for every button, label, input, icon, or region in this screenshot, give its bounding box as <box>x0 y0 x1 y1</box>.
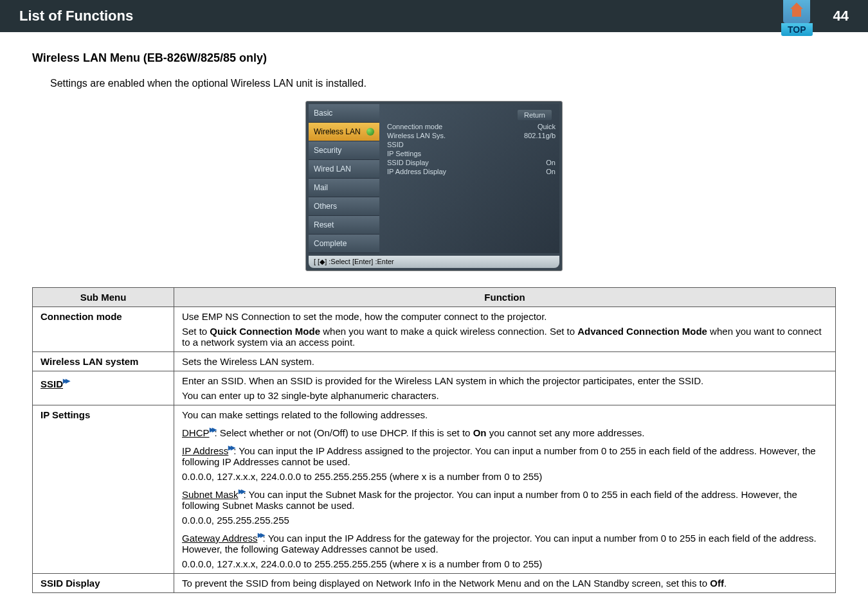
row-ip-settings-text: You can make settings related to the fol… <box>174 405 836 574</box>
screenshot-container: Basic Wireless LAN Security Wired LAN Ma… <box>32 101 836 271</box>
dhcp-term-link[interactable]: DHCP <box>182 427 210 438</box>
subnet-text: : You can input the Subnet Mask for the … <box>182 489 797 511</box>
row-wlan-system-label: Wireless LAN system <box>33 352 174 371</box>
function-table: Sub Menu Function Connection mode Use EM… <box>32 287 836 593</box>
ssid-disp-c: . <box>724 578 727 589</box>
menu-security[interactable]: Security <box>309 141 379 160</box>
home-icon[interactable] <box>783 0 810 23</box>
table-row: Connection mode Use EMP NS Connection to… <box>33 307 836 352</box>
subnet-invalid: 0.0.0.0, 255.255.255.255 <box>182 515 827 526</box>
conn-mode-l2b: Quick Connection Mode <box>210 326 320 337</box>
menu-footer: [ [◆] :Select [Enter] :Enter <box>309 256 559 268</box>
glossary-icon[interactable]: ▸▸ <box>63 375 68 386</box>
header-right: TOP 44 <box>781 0 849 36</box>
setting-ssid-label: SSID <box>387 141 404 148</box>
dhcp-text-a: : Select whether or not (On/Off) to use … <box>215 427 473 438</box>
setting-ip-settings-label: IP Settings <box>387 150 421 157</box>
menu-left-column: Basic Wireless LAN Security Wired LAN Ma… <box>309 104 379 253</box>
setting-wlan-sys-label: Wireless LAN Sys. <box>387 132 446 139</box>
table-row: SSID▸▸ Enter an SSID. When an SSID is pr… <box>33 371 836 405</box>
row-ip-settings-label: IP Settings <box>33 405 174 574</box>
subnet-mask-term-link[interactable]: Subnet Mask <box>182 489 239 500</box>
table-row: SSID Display To prevent the SSID from be… <box>33 574 836 593</box>
ball-icon <box>366 128 374 136</box>
menu-right-panel: Return Connection mode Quick Wireless LA… <box>379 104 559 253</box>
menu-mail[interactable]: Mail <box>309 179 379 197</box>
page-number: 44 <box>833 8 849 24</box>
menu-others[interactable]: Others <box>309 197 379 216</box>
ip-addr-text: : You can input the IP Address assigned … <box>182 445 816 467</box>
ip-address-term-link[interactable]: IP Address <box>182 445 228 456</box>
gateway-invalid: 0.0.0.0, 127.x.x.x, 224.0.0.0 to 255.255… <box>182 558 827 569</box>
setting-connection-mode-label: Connection mode <box>387 123 442 130</box>
conn-mode-l2d: Advanced Connection Mode <box>577 326 707 337</box>
projector-menu: Basic Wireless LAN Security Wired LAN Ma… <box>305 101 563 271</box>
header-title: List of Functions <box>19 8 133 24</box>
row-connection-mode-label: Connection mode <box>33 307 174 352</box>
menu-wired-lan[interactable]: Wired LAN <box>309 160 379 179</box>
section-title: Wireless LAN Menu (EB-826W/825/85 only) <box>32 51 836 65</box>
table-row: IP Settings You can make settings relate… <box>33 405 836 574</box>
setting-wlan-sys-value: 802.11g/b <box>524 132 556 139</box>
conn-mode-line1: Use EMP NS Connection to set the mode, h… <box>182 311 547 322</box>
table-row: Wireless LAN system Sets the Wireless LA… <box>33 352 836 371</box>
menu-basic[interactable]: Basic <box>309 104 379 123</box>
setting-ssid-display-value: On <box>546 159 556 166</box>
intro-text: Settings are enabled when the optional W… <box>50 78 836 89</box>
ssid-term-link[interactable]: SSID <box>41 378 63 389</box>
row-ssid-text: Enter an SSID. When an SSID is provided … <box>174 371 836 405</box>
row-connection-mode-text: Use EMP NS Connection to set the mode, h… <box>174 307 836 352</box>
gateway-text: : You can input the IP Address for the g… <box>182 533 817 555</box>
setting-connection-mode-value: Quick <box>538 123 556 130</box>
table-header-submenu: Sub Menu <box>33 288 174 307</box>
return-button[interactable]: Return <box>518 110 552 120</box>
top-label[interactable]: TOP <box>781 23 813 36</box>
ssid-disp-b: Off <box>710 578 724 589</box>
ip-line1: You can make settings related to the fol… <box>182 409 428 420</box>
setting-ip-addr-display-value: On <box>546 168 556 175</box>
conn-mode-l2a: Set to <box>182 326 210 337</box>
ssid-line1: Enter an SSID. When an SSID is provided … <box>182 375 703 386</box>
ssid-line2: You can enter up to 32 single-byte alpha… <box>182 390 827 401</box>
gateway-address-term-link[interactable]: Gateway Address <box>182 533 258 544</box>
row-ssid-label: SSID▸▸ <box>33 371 174 405</box>
menu-reset[interactable]: Reset <box>309 216 379 235</box>
dhcp-text-b: On <box>473 427 487 438</box>
table-header-function: Function <box>174 288 836 307</box>
content-area: Wireless LAN Menu (EB-826W/825/85 only) … <box>0 32 868 606</box>
menu-wireless-lan-label: Wireless LAN <box>314 127 361 136</box>
glossary-icon[interactable]: ▸▸ <box>239 486 244 496</box>
ip-invalid: 0.0.0.0, 127.x.x.x, 224.0.0.0 to 255.255… <box>182 471 827 482</box>
row-ssid-display-text: To prevent the SSID from being displayed… <box>174 574 836 593</box>
menu-complete[interactable]: Complete <box>309 235 379 253</box>
row-ssid-display-label: SSID Display <box>33 574 174 593</box>
setting-ip-addr-display-label: IP Address Display <box>387 168 446 175</box>
conn-mode-l2c: when you want to make a quick wireless c… <box>320 326 577 337</box>
glossary-icon[interactable]: ▸▸ <box>258 529 263 540</box>
dhcp-text-c: you cannot set any more addresses. <box>486 427 644 438</box>
glossary-icon[interactable]: ▸▸ <box>210 424 215 434</box>
page-header: List of Functions TOP 44 <box>0 0 868 32</box>
ssid-disp-a: To prevent the SSID from being displayed… <box>182 578 710 589</box>
row-wlan-system-text: Sets the Wireless LAN system. <box>174 352 836 371</box>
menu-wireless-lan[interactable]: Wireless LAN <box>309 123 379 141</box>
setting-ssid-display-label: SSID Display <box>387 159 429 166</box>
